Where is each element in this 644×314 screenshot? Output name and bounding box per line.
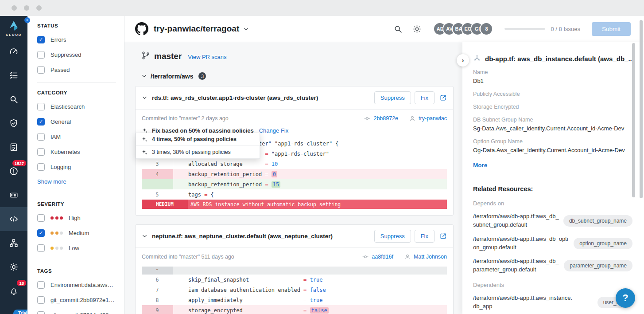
filter-option-git-commit-37914a45800114[interactable]: git_commit:37914a45800114... xyxy=(37,311,116,314)
main-header: try-panwiac/terragoat AEAVBAEGGI8 0 / 8 … xyxy=(124,16,644,42)
checkbox[interactable] xyxy=(37,103,45,110)
sidebar-item-notifications[interactable]: 18 xyxy=(0,279,27,303)
filter-option-general[interactable]: ✓General xyxy=(37,118,116,126)
finding-title: neptune.tf: aws_neptune_cluster.default … xyxy=(152,233,370,239)
help-button[interactable]: ? xyxy=(616,288,635,308)
collapse-finding-icon[interactable] xyxy=(142,95,147,101)
sidebar-item-containers[interactable] xyxy=(0,183,27,207)
window-zoom-button[interactable] xyxy=(36,5,42,11)
filter-option-suppressed[interactable]: Suppressed xyxy=(37,51,116,59)
sidebar-item-code[interactable] xyxy=(0,207,27,231)
avatar-8[interactable]: 8 xyxy=(480,22,493,35)
external-link-icon[interactable] xyxy=(439,232,447,240)
filter-option-iam[interactable]: IAM xyxy=(37,133,116,141)
fix-button[interactable]: Fix xyxy=(415,91,435,104)
checkbox[interactable] xyxy=(37,214,45,222)
checkbox[interactable] xyxy=(37,163,45,171)
fix-button[interactable]: Fix xyxy=(415,230,435,243)
resource-path-link[interactable]: /terraform/aws/db-app.tf:aws_db_option_g… xyxy=(473,235,569,252)
fix-option-label: 4 times, 50% of passing policies xyxy=(152,136,237,142)
collapse-finding-icon[interactable] xyxy=(142,233,147,239)
filter-option-medium[interactable]: ✓Medium xyxy=(37,229,116,237)
filter-option-logging[interactable]: Logging xyxy=(37,163,116,171)
repo-name[interactable]: try-panwiac/terragoat xyxy=(154,24,239,34)
filter-option-git-commit-2bb8972e19733a[interactable]: git_commit:2bb8972e19733a... xyxy=(37,296,116,304)
search-icon[interactable] xyxy=(393,24,403,34)
checkbox-checked[interactable]: ✓ xyxy=(37,118,45,126)
collapse-details-button[interactable]: › xyxy=(457,54,469,67)
settings-gear-icon[interactable] xyxy=(412,24,422,34)
attribute-pill: option_group_name xyxy=(574,238,632,249)
checkbox[interactable] xyxy=(37,244,45,252)
repo-chevron-icon[interactable] xyxy=(243,26,249,32)
code-line: 7iam_database_authentication_enabled = f… xyxy=(142,285,447,295)
sidebar-item-search[interactable] xyxy=(0,87,27,111)
alerts-icon xyxy=(9,166,19,176)
window-minimize-button[interactable] xyxy=(24,5,29,11)
sidebar-item-settings[interactable] xyxy=(0,255,27,279)
resource-title-row: db-app.tf: aws_db_instance.default (aws_… xyxy=(473,55,632,63)
filter-section-category: CATEGORYElasticsearch✓GeneralIAMKubernet… xyxy=(37,82,116,185)
suppress-button[interactable]: Suppress xyxy=(374,91,411,104)
checkbox[interactable] xyxy=(37,66,45,74)
resource-path-link[interactable]: /terraform/aws/db-app.tf:aws_db_paramete… xyxy=(473,257,559,274)
filter-option-kubernetes[interactable]: Kubernetes xyxy=(37,148,116,156)
filter-option-label: Passed xyxy=(50,67,70,73)
show-more-link[interactable]: Show more xyxy=(37,178,116,185)
more-link[interactable]: More xyxy=(473,162,632,169)
suppress-button[interactable]: Suppress xyxy=(374,230,411,243)
filter-option-elasticsearch[interactable]: Elasticsearch xyxy=(37,103,116,110)
sidebar-item-alerts[interactable]: 1527 xyxy=(0,159,27,183)
related-resource-row: /terraform/aws/db-app.tf:aws_db_subnet_g… xyxy=(473,212,632,229)
finding-card-header: rds.tf: aws_rds_cluster.app1-rds-cluster… xyxy=(136,86,453,110)
window-close-button[interactable] xyxy=(12,5,17,11)
checkbox[interactable] xyxy=(37,281,45,289)
filter-option-passed[interactable]: Passed xyxy=(37,66,116,74)
sidebar-item-checklist[interactable] xyxy=(0,63,27,87)
checkbox[interactable] xyxy=(37,148,45,156)
checkbox-checked[interactable]: ✓ xyxy=(37,36,45,43)
commit-author-link[interactable]: try-panwiac xyxy=(419,115,447,122)
filter-option-label: IAM xyxy=(50,133,61,140)
checkbox[interactable] xyxy=(37,51,45,59)
change-fix-link[interactable]: Change Fix xyxy=(259,127,288,134)
view-pr-scans-link[interactable]: View PR scans xyxy=(188,54,226,60)
fix-option-2[interactable]: 3 times, 38% of passing policies xyxy=(136,146,260,158)
sidebar-item-shield[interactable] xyxy=(0,111,27,135)
filter-option-label: Errors xyxy=(50,36,66,43)
external-link-icon[interactable] xyxy=(439,94,447,102)
finding-card-neptune: neptune.tf: aws_neptune_cluster.default … xyxy=(135,224,454,314)
fix-option-1[interactable]: 4 times, 50% of passing policies xyxy=(136,133,260,146)
folder-group[interactable]: /terraform/aws 3 xyxy=(141,72,455,80)
checkbox[interactable] xyxy=(37,296,45,304)
filter-option-errors[interactable]: ✓Errors xyxy=(37,36,116,43)
filter-section-severity: SEVERITYHigh✓MediumLow xyxy=(37,194,116,252)
submit-button[interactable]: Submit xyxy=(592,22,631,36)
checkbox-checked[interactable]: ✓ xyxy=(37,229,45,237)
sidebar-item-network[interactable] xyxy=(0,231,27,255)
filter-section-title: STATUS xyxy=(37,23,116,28)
sidebar-item-dashboard[interactable] xyxy=(0,39,27,63)
resource-path-link[interactable]: /terraform/aws/db-app.tf:aws_instance.db… xyxy=(473,294,573,311)
commit-author-link[interactable]: Matt Johnson xyxy=(414,254,447,260)
commit-meta-row: Commited into "master" 511 days ago aa8f… xyxy=(136,248,453,263)
chevron-down-icon[interactable] xyxy=(141,73,147,79)
commit-icon xyxy=(364,115,371,122)
checkbox[interactable] xyxy=(37,133,45,141)
line-number: 7 xyxy=(142,285,173,295)
sidebar-item-report[interactable] xyxy=(0,135,27,159)
filter-option-low[interactable]: Low xyxy=(37,244,116,252)
code-collapse-row[interactable]: ^ xyxy=(142,267,447,275)
details-panel-scrollbar[interactable] xyxy=(632,43,635,197)
field-value-name: Db1 xyxy=(473,78,632,84)
commit-hash-link[interactable]: 2bb8972e xyxy=(373,115,398,122)
collapse-filters-button[interactable]: « xyxy=(24,17,30,23)
filter-option-environment-data-aws-caller[interactable]: Environment:data.aws_caller_... xyxy=(37,281,116,289)
folder-path: /terraform/aws xyxy=(151,73,193,80)
window-scrollbar[interactable] xyxy=(640,20,643,198)
checkbox[interactable] xyxy=(37,311,45,314)
filter-option-high[interactable]: High xyxy=(37,214,116,222)
prisma-cloud-logo[interactable]: CLOUD xyxy=(6,16,22,39)
resource-path-link[interactable]: /terraform/aws/db-app.tf:aws_db_subnet_g… xyxy=(473,212,559,229)
commit-hash-link[interactable]: aa8fd16f xyxy=(372,254,393,260)
